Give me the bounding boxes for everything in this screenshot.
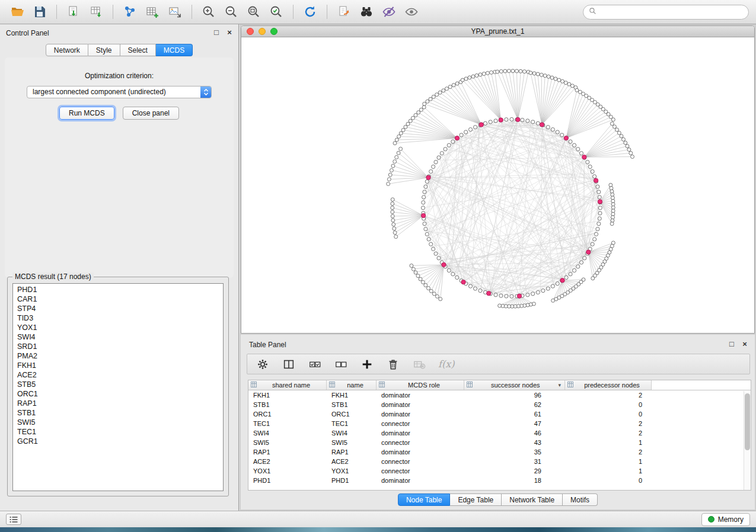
refresh-icon[interactable] (300, 3, 320, 21)
list-item[interactable]: RAP1 (13, 399, 223, 408)
table-settings-icon[interactable] (256, 357, 270, 371)
search-input[interactable] (600, 8, 743, 16)
table-row[interactable]: ORC1ORC1dominator610 (248, 409, 751, 419)
column-header-MCDS-role[interactable]: MCDS role (377, 380, 464, 390)
tab-node-table[interactable]: Node Table (398, 493, 451, 506)
import-table-icon[interactable] (86, 3, 106, 21)
table-row[interactable]: ACE2ACE2connector311 (248, 457, 751, 466)
table-row[interactable]: TEC1TEC1connector472 (248, 419, 751, 428)
float-panel-icon[interactable]: □ (212, 28, 221, 37)
cell: SWI4 (327, 430, 377, 437)
column-grid-icon (467, 382, 473, 389)
cell: PHD1 (327, 477, 377, 484)
list-item[interactable]: SWI5 (13, 418, 223, 427)
show-columns-icon[interactable] (282, 357, 296, 371)
table-row[interactable]: RAP1RAP1dominator352 (248, 447, 751, 457)
column-header-shared-name[interactable]: shared name (248, 380, 327, 390)
table-scrollbar[interactable] (744, 391, 751, 490)
close-panel-button[interactable]: Close panel (123, 107, 179, 120)
list-item[interactable]: ACE2 (13, 370, 223, 380)
save-icon[interactable] (30, 3, 50, 21)
list-item[interactable]: SWI4 (13, 332, 223, 342)
list-item[interactable]: STB5 (13, 380, 223, 389)
list-item[interactable]: SRD1 (13, 342, 223, 351)
delete-row-icon[interactable] (386, 357, 400, 371)
scrollbar-thumb[interactable] (745, 393, 750, 450)
table-panel-title: Table Panel (249, 341, 286, 349)
new-network-icon[interactable] (120, 3, 140, 21)
deselect-all-icon[interactable] (334, 357, 348, 371)
list-item[interactable]: FKH1 (13, 361, 223, 370)
import-network-icon[interactable] (63, 3, 84, 21)
new-table-icon[interactable] (142, 3, 162, 21)
tab-motifs[interactable]: Motifs (563, 493, 598, 506)
column-header-name[interactable]: name (327, 380, 377, 390)
column-grid-icon (329, 382, 335, 389)
close-table-panel-icon[interactable]: × (741, 339, 749, 348)
zoom-fit-icon[interactable] (244, 3, 264, 21)
tab-edge-table[interactable]: Edge Table (450, 493, 502, 506)
zoom-out-icon[interactable] (221, 3, 241, 21)
toolbar-separator (192, 5, 192, 19)
zoom-traffic-light[interactable] (270, 28, 277, 35)
search-network-icon[interactable] (356, 3, 377, 21)
list-item[interactable]: STB1 (13, 408, 223, 418)
table-row[interactable]: SWI4SWI4dominator462 (248, 428, 751, 438)
table-panel: Table Panel □ × (241, 335, 755, 509)
zoom-in-icon[interactable] (199, 3, 219, 21)
list-item[interactable]: PHD1 (13, 285, 223, 294)
cell: 43 (464, 439, 565, 446)
show-details-eye-icon[interactable] (401, 3, 422, 21)
clear-disabled-icon (412, 357, 426, 371)
close-traffic-light[interactable] (247, 28, 254, 35)
memory-button[interactable]: Memory (701, 513, 750, 526)
cell: SWI5 (248, 439, 327, 446)
table-row[interactable]: YOX1YOX1connector291 (248, 466, 751, 476)
add-row-icon[interactable] (360, 357, 374, 371)
list-item[interactable]: TEC1 (13, 427, 223, 437)
network-graph[interactable] (241, 37, 754, 333)
close-panel-icon[interactable]: × (225, 28, 234, 37)
column-label: name (337, 382, 374, 389)
network-canvas[interactable] (241, 37, 754, 333)
table-row[interactable]: SWI5SWI5connector431 (248, 438, 751, 447)
column-header-successor-nodes[interactable]: successor nodes▾ (464, 380, 565, 390)
share-document-icon[interactable] (334, 3, 354, 21)
cell: TEC1 (327, 420, 377, 427)
task-history-button[interactable] (6, 514, 21, 525)
list-item[interactable]: ORC1 (13, 389, 223, 399)
tab-network[interactable]: Network (46, 44, 88, 56)
run-mcds-button[interactable]: Run MCDS (59, 107, 114, 120)
list-item[interactable]: TID3 (13, 313, 223, 323)
hide-details-eye-icon[interactable] (379, 3, 399, 21)
column-header-predecessor-nodes[interactable]: predecessor nodes (565, 380, 652, 390)
tab-mcds[interactable]: MCDS (156, 44, 193, 56)
zoom-selected-icon[interactable] (266, 3, 286, 21)
cell: 62 (464, 401, 565, 408)
export-image-icon[interactable] (165, 3, 185, 21)
cell: dominator (377, 401, 464, 408)
select-all-icon[interactable] (308, 357, 322, 371)
tab-network-table[interactable]: Network Table (502, 493, 563, 506)
table-body: FKH1FKH1dominator962STB1STB1dominator620… (248, 390, 751, 485)
float-table-panel-icon[interactable]: □ (728, 339, 736, 348)
table-toolbar: f(x) (247, 354, 750, 374)
column-grid-icon (251, 382, 257, 389)
tab-select[interactable]: Select (120, 44, 156, 56)
table-row[interactable]: FKH1FKH1dominator962 (248, 390, 751, 400)
search-box[interactable] (583, 5, 749, 20)
minimize-traffic-light[interactable] (259, 28, 266, 35)
list-item[interactable]: STP4 (13, 304, 223, 313)
mcds-result-list[interactable]: PHD1CAR1STP4TID3YOX1SWI4SRD1PMA2FKH1ACE2… (12, 283, 224, 491)
list-item[interactable]: YOX1 (13, 323, 223, 332)
list-item[interactable]: GCR1 (13, 437, 223, 446)
tab-style[interactable]: Style (88, 44, 120, 56)
toolbar-separator (56, 5, 57, 19)
open-file-icon[interactable] (7, 3, 27, 21)
list-item[interactable]: CAR1 (13, 294, 223, 304)
optimization-criterion-dropdown[interactable]: largest connected component (undirected) (27, 86, 212, 98)
sort-arrow-icon[interactable]: ▾ (558, 382, 561, 388)
list-item[interactable]: PMA2 (13, 351, 223, 361)
table-row[interactable]: STB1STB1dominator620 (248, 400, 751, 409)
table-row[interactable]: PHD1PHD1dominator180 (248, 476, 751, 485)
